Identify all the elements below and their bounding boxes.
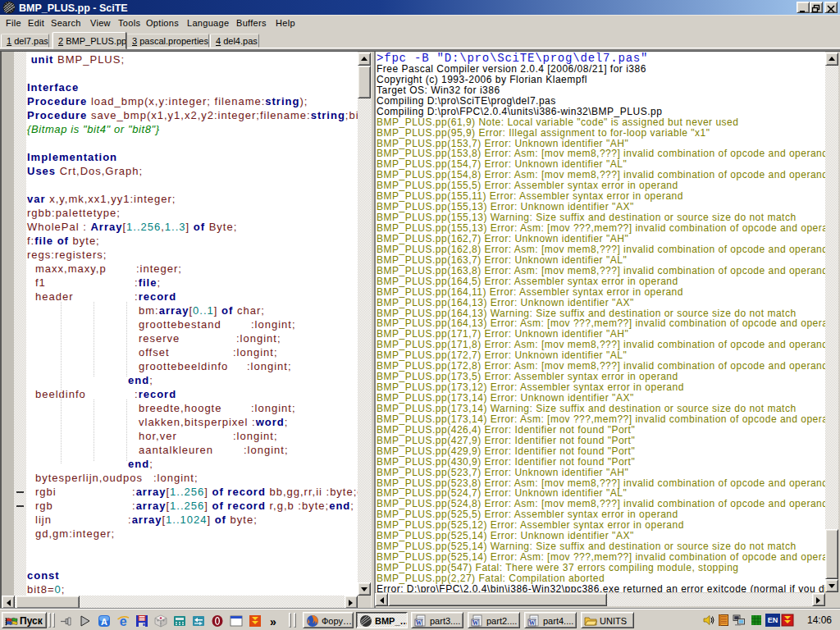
svg-text:W: W — [529, 619, 536, 627]
svg-text:W: W — [472, 619, 479, 627]
svg-text:A: A — [101, 617, 107, 627]
svg-text:W: W — [416, 619, 422, 627]
